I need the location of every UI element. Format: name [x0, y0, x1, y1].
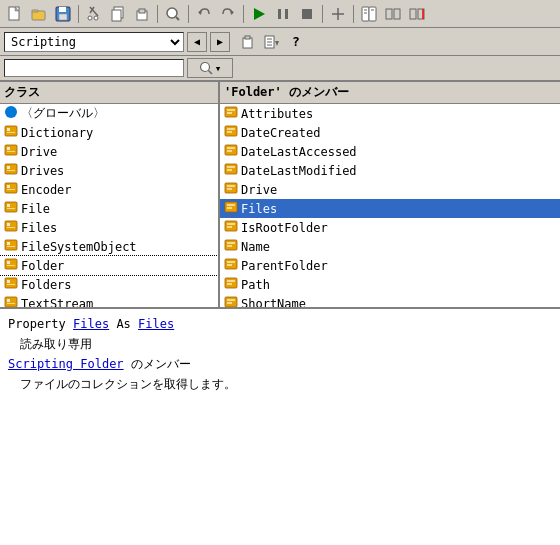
- class-list-item[interactable]: 〈グローバル〉: [0, 104, 218, 123]
- info-line1: Property Files As Files: [8, 315, 552, 333]
- member-list-item[interactable]: Attributes: [220, 104, 560, 123]
- class-item-label: Drives: [21, 164, 64, 178]
- svg-rect-21: [285, 9, 288, 19]
- svg-rect-45: [5, 126, 17, 136]
- member-item-label: ShortName: [241, 297, 306, 307]
- member-list-item[interactable]: Drive: [220, 180, 560, 199]
- sep2: [157, 5, 158, 23]
- class-list-item[interactable]: Encoder: [0, 180, 218, 199]
- member-list-item[interactable]: Path: [220, 275, 560, 294]
- svg-point-10: [94, 16, 98, 20]
- svg-point-15: [167, 8, 177, 18]
- class-item-label: Files: [21, 221, 57, 235]
- view-def-btn[interactable]: [261, 31, 283, 53]
- svg-rect-119: [225, 297, 237, 307]
- stop-btn[interactable]: [296, 3, 318, 25]
- svg-rect-58: [7, 204, 10, 207]
- svg-rect-66: [5, 259, 17, 269]
- class-list-item[interactable]: TextStream: [0, 294, 218, 307]
- member-list-item[interactable]: Name: [220, 237, 560, 256]
- paste-btn[interactable]: [131, 3, 153, 25]
- svg-rect-56: [7, 189, 15, 190]
- new-btn[interactable]: [4, 3, 26, 25]
- extra-btn1[interactable]: [382, 3, 404, 25]
- member-item-icon: [224, 124, 238, 141]
- find-btn[interactable]: [162, 3, 184, 25]
- class-list-item[interactable]: Folder: [0, 256, 218, 275]
- svg-rect-69: [5, 278, 17, 288]
- member-list-item[interactable]: DateLastModified: [220, 161, 560, 180]
- member-item-label: ParentFolder: [241, 259, 328, 273]
- nav-fwd-btn[interactable]: ▶: [210, 32, 230, 52]
- class-item-label: File: [21, 202, 50, 216]
- class-item-icon: [4, 257, 18, 274]
- svg-rect-0: [9, 7, 19, 20]
- toolbar-row1: [0, 0, 560, 28]
- class-item-label: Folder: [21, 259, 64, 273]
- sep1: [78, 5, 79, 23]
- member-panel-header: 'Folder' のメンバー: [220, 82, 560, 104]
- class-list-item[interactable]: FileSystemObject: [0, 237, 218, 256]
- member-item-label: Drive: [241, 183, 277, 197]
- class-item-icon: [4, 105, 18, 122]
- member-list-item[interactable]: IsRootFolder: [220, 218, 560, 237]
- svg-rect-116: [225, 278, 237, 288]
- svg-point-44: [5, 106, 17, 118]
- class-list-item[interactable]: File: [0, 199, 218, 218]
- class-item-label: Dictionary: [21, 126, 93, 140]
- member-list-item[interactable]: ParentFolder: [220, 256, 560, 275]
- library-dropdown[interactable]: Scripting: [4, 32, 184, 52]
- extra-btn2[interactable]: [406, 3, 428, 25]
- class-item-icon: [4, 276, 18, 293]
- member-list-item[interactable]: ShortName: [220, 294, 560, 307]
- run-btn[interactable]: [248, 3, 270, 25]
- svg-rect-68: [7, 265, 15, 266]
- member-list-item[interactable]: Files: [220, 199, 560, 218]
- svg-rect-25: [362, 7, 369, 21]
- open-btn[interactable]: [28, 3, 50, 25]
- member-list-item[interactable]: DateLastAccessed: [220, 142, 560, 161]
- copy-btn[interactable]: [107, 3, 129, 25]
- copy-to-clipboard-btn[interactable]: [237, 31, 259, 53]
- sep6: [353, 5, 354, 23]
- class-item-icon: [4, 143, 18, 160]
- class-list-item[interactable]: Dictionary: [0, 123, 218, 142]
- svg-rect-70: [7, 280, 10, 283]
- cut-btn[interactable]: [83, 3, 105, 25]
- nav-back-btn[interactable]: ◀: [187, 32, 207, 52]
- svg-rect-31: [394, 9, 400, 19]
- svg-rect-57: [5, 202, 17, 212]
- svg-rect-55: [7, 185, 10, 188]
- svg-rect-50: [7, 151, 15, 152]
- class-item-icon: [4, 219, 18, 236]
- sep4: [243, 5, 244, 23]
- class-list-item[interactable]: Drives: [0, 161, 218, 180]
- info-property-name-link[interactable]: Files: [73, 317, 109, 331]
- class-list-item[interactable]: Drive: [0, 142, 218, 161]
- info-class-link[interactable]: Scripting Folder: [8, 357, 124, 371]
- breakpoint-btn[interactable]: [327, 3, 349, 25]
- undo-btn[interactable]: [193, 3, 215, 25]
- app-window: Scripting ◀ ▶ ? ▾ クラス 〈グローバル〉DictionaryD…: [0, 0, 560, 545]
- class-list: 〈グローバル〉DictionaryDriveDrivesEncoderFileF…: [0, 104, 218, 307]
- class-list-item[interactable]: Folders: [0, 275, 218, 294]
- class-list-item[interactable]: Files: [0, 218, 218, 237]
- toolbar-row3: ▾: [0, 56, 560, 82]
- svg-rect-73: [7, 299, 10, 302]
- info-panel: Property Files As Files 読み取り専用 Scripting…: [0, 307, 560, 546]
- svg-point-9: [88, 16, 92, 20]
- sep3: [188, 5, 189, 23]
- redo-btn[interactable]: [217, 3, 239, 25]
- search-button[interactable]: ▾: [187, 58, 233, 78]
- search-dropdown-arrow[interactable]: ▾: [215, 62, 222, 75]
- save-btn[interactable]: [52, 3, 74, 25]
- member-list-item[interactable]: DateCreated: [220, 123, 560, 142]
- search-input[interactable]: [4, 59, 184, 77]
- pause-btn[interactable]: [272, 3, 294, 25]
- svg-rect-49: [7, 147, 10, 150]
- svg-line-16: [176, 17, 179, 20]
- help-btn[interactable]: ?: [285, 31, 307, 53]
- obj-browse-btn[interactable]: [358, 3, 380, 25]
- class-item-label: 〈グローバル〉: [21, 105, 105, 122]
- info-type-link[interactable]: Files: [138, 317, 174, 331]
